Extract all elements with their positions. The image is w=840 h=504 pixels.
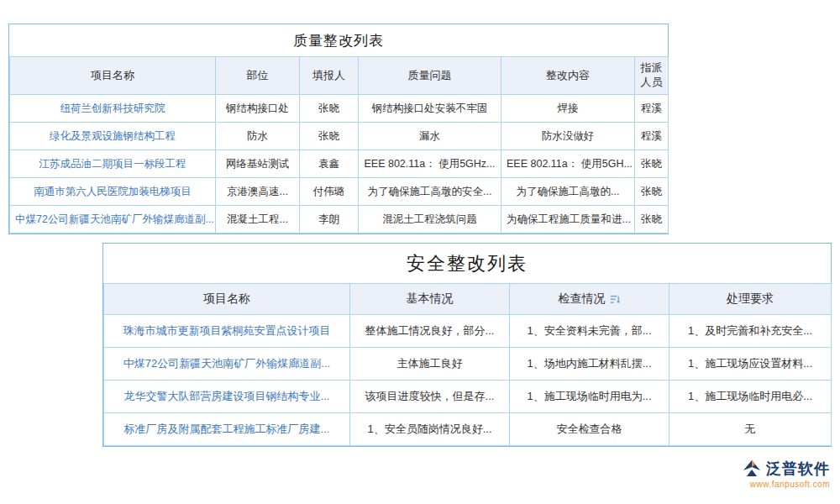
quality-rectification-table: 质量整改列表 项目名称 部位 填报人 质量问题 整改内容 指派人员 纽荷兰创新科… <box>8 24 669 234</box>
cell-content: EEE 802.11a： 使用5GH... <box>501 150 635 178</box>
cell-handle: 1、施工现场应设置材料... <box>669 348 832 381</box>
cell-part: 网络基站测试 <box>216 150 300 178</box>
cell-reporter: 李朗 <box>300 206 359 234</box>
project-link[interactable]: 中煤72公司新疆天池南矿厂外输煤廊道副... <box>10 206 216 234</box>
fanpu-logo-icon <box>741 459 763 479</box>
cell-assignee: 张晓 <box>635 150 669 178</box>
cell-basic: 整体施工情况良好，部分... <box>350 315 510 348</box>
quality-col-content: 整改内容 <box>501 57 635 95</box>
cell-reporter: 张晓 <box>300 95 359 123</box>
quality-col-project-name: 项目名称 <box>10 57 216 95</box>
quality-col-part: 部位 <box>216 57 300 95</box>
project-link[interactable]: 纽荷兰创新科技研究院 <box>10 95 216 123</box>
safety-col-basic: 基本情况 <box>350 284 510 315</box>
table-row: 龙华交警大队部营房建设项目钢结构专业... 该项目进度较快，但是存... 1、施… <box>104 381 832 413</box>
table-row: 南通市第六人民医院加装电梯项目 京港澳高速... 付伟璐 为了确保施工高墩的安全… <box>10 178 669 206</box>
cell-content: 为了确保施工高墩的... <box>501 178 635 206</box>
cell-assignee: 程溪 <box>635 123 669 150</box>
cell-handle: 无 <box>669 413 832 446</box>
project-link[interactable]: 标准厂房及附属配套工程施工标准厂房建... <box>104 413 350 446</box>
cell-reporter: 付伟璐 <box>300 178 359 206</box>
cell-issue: 漏水 <box>359 123 501 150</box>
cell-basic: 主体施工良好 <box>350 348 510 381</box>
cell-part: 混凝土工程... <box>216 206 300 234</box>
quality-table-title: 质量整改列表 <box>9 24 668 56</box>
brand-name: 泛普软件 <box>766 459 830 479</box>
quality-table: 项目名称 部位 填报人 质量问题 整改内容 指派人员 纽荷兰创新科技研究院 钢结… <box>9 56 669 234</box>
cell-check: 1、场地内施工材料乱摆... <box>510 348 669 381</box>
table-row: 绿化及景观设施钢结构工程 防水 张晓 漏水 防水没做好 程溪 <box>10 123 669 150</box>
table-row: 中煤72公司新疆天池南矿厂外输煤廊道副... 混凝土工程... 李朗 混泥土工程… <box>10 206 669 234</box>
cell-part: 京港澳高速... <box>216 178 300 206</box>
cell-reporter: 张晓 <box>300 123 359 150</box>
quality-col-reporter: 填报人 <box>300 57 359 95</box>
table-row: 珠海市城市更新项目紫桐苑安置点设计项目 整体施工情况良好，部分... 1、安全资… <box>104 315 832 348</box>
quality-header-row: 项目名称 部位 填报人 质量问题 整改内容 指派人员 <box>10 57 669 95</box>
cell-issue: 钢结构接口处安装不牢固 <box>359 95 501 123</box>
cell-basic: 该项目进度较快，但是存... <box>350 381 510 413</box>
cell-part: 防水 <box>216 123 300 150</box>
cell-content: 焊接 <box>501 95 635 123</box>
project-link[interactable]: 江苏成品油二期项目一标段工程 <box>10 150 216 178</box>
project-link[interactable]: 南通市第六人民医院加装电梯项目 <box>10 178 216 206</box>
page: 质量整改列表 项目名称 部位 填报人 质量问题 整改内容 指派人员 纽荷兰创新科… <box>0 0 840 504</box>
cell-handle: 1、及时完善和补充安全... <box>669 315 832 348</box>
safety-header-row: 项目名称 基本情况 检查情况 处理要求 <box>104 284 832 315</box>
project-link[interactable]: 绿化及景观设施钢结构工程 <box>10 123 216 150</box>
cell-content: 防水没做好 <box>501 123 635 150</box>
safety-col-handle: 处理要求 <box>669 284 832 315</box>
cell-assignee: 程溪 <box>635 95 669 123</box>
cell-content: 为确保工程施工质量和进... <box>501 206 635 234</box>
table-row: 标准厂房及附属配套工程施工标准厂房建... 1、安全员随岗情况良好... 安全检… <box>104 413 832 446</box>
cell-check: 安全检查合格 <box>510 413 669 446</box>
table-row: 江苏成品油二期项目一标段工程 网络基站测试 袁鑫 EEE 802.11a： 使用… <box>10 150 669 178</box>
cell-check: 1、安全资料未完善，部... <box>510 315 669 348</box>
cell-reporter: 袁鑫 <box>300 150 359 178</box>
safety-table-title: 安全整改列表 <box>103 244 831 283</box>
brand-url[interactable]: www.fanpusoft.com <box>721 480 830 489</box>
cell-issue: 为了确保施工高墩的安全... <box>359 178 501 206</box>
cell-assignee: 张晓 <box>635 206 669 234</box>
cell-issue: 混泥土工程浇筑问题 <box>359 206 501 234</box>
safety-col-check-label: 检查情况 <box>559 291 606 307</box>
safety-table: 项目名称 基本情况 检查情况 处理要求 <box>103 283 832 446</box>
cell-part: 钢结构接口处 <box>216 95 300 123</box>
project-link[interactable]: 龙华交警大队部营房建设项目钢结构专业... <box>104 381 350 413</box>
cell-basic: 1、安全员随岗情况良好... <box>350 413 510 446</box>
table-row: 纽荷兰创新科技研究院 钢结构接口处 张晓 钢结构接口处安装不牢固 焊接 程溪 <box>10 95 669 123</box>
cell-handle: 1、施工现场临时用电必... <box>669 381 832 413</box>
cell-assignee: 张晓 <box>635 178 669 206</box>
footer-brand: 泛普软件 www.fanpusoft.com <box>721 459 830 489</box>
project-link[interactable]: 中煤72公司新疆天池南矿厂外输煤廊道副... <box>104 348 350 381</box>
project-link[interactable]: 珠海市城市更新项目紫桐苑安置点设计项目 <box>104 315 350 348</box>
cell-issue: EEE 802.11a： 使用5GHz... <box>359 150 501 178</box>
quality-col-issue: 质量问题 <box>359 57 501 95</box>
table-row: 中煤72公司新疆天池南矿厂外输煤廊道副... 主体施工良好 1、场地内施工材料乱… <box>104 348 832 381</box>
safety-col-check[interactable]: 检查情况 <box>510 284 669 315</box>
cell-check: 1、施工现场临时用电为... <box>510 381 669 413</box>
safety-col-project-name: 项目名称 <box>104 284 350 315</box>
quality-col-assignee: 指派人员 <box>635 57 669 95</box>
safety-rectification-table: 安全整改列表 项目名称 基本情况 检查情况 <box>102 243 832 447</box>
sort-icon[interactable] <box>610 294 621 305</box>
